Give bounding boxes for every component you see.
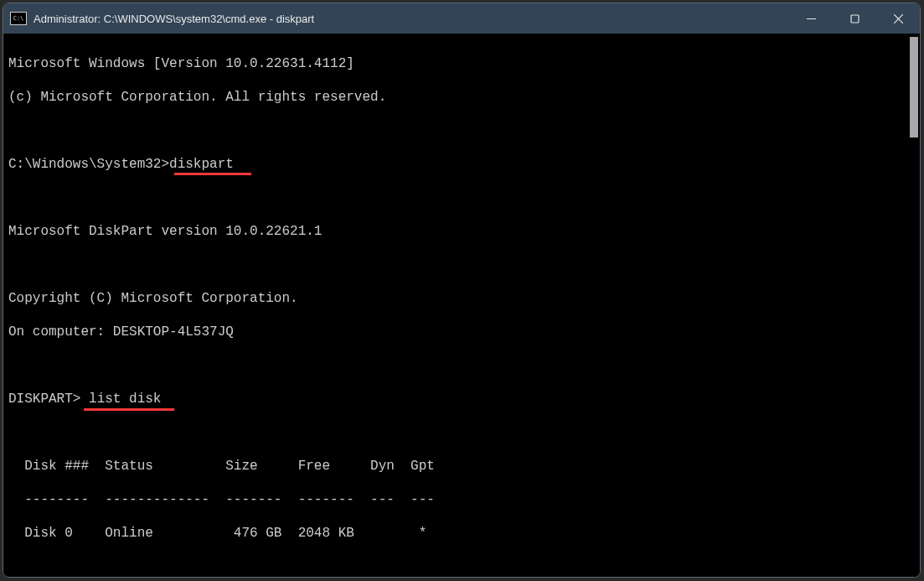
cmd-icon: C:\: [10, 12, 27, 25]
output-line: Microsoft Windows [Version 10.0.22631.41…: [8, 55, 920, 72]
command-text: diskpart: [169, 157, 234, 172]
blank-line: [8, 357, 920, 374]
terminal-area[interactable]: Microsoft Windows [Version 10.0.22631.41…: [3, 34, 920, 577]
command-line: DISKPART> list disk: [8, 391, 920, 407]
blank-line: [8, 189, 920, 206]
maximize-button[interactable]: [833, 3, 876, 34]
scrollbar-thumb[interactable]: [910, 37, 918, 137]
cmd-window: C:\ Administrator: C:\WINDOWS\system32\c…: [3, 3, 921, 578]
close-button[interactable]: [876, 3, 920, 34]
minimize-button[interactable]: [789, 3, 833, 34]
output-line: On computer: DESKTOP-4L537JQ: [8, 324, 920, 340]
output-line: Microsoft DiskPart version 10.0.22621.1: [8, 223, 920, 240]
command-line: C:\Windows\System32>diskpart: [8, 156, 920, 173]
blank-line: [8, 558, 920, 575]
terminal-content: Microsoft Windows [Version 10.0.22631.41…: [3, 34, 920, 577]
titlebar[interactable]: C:\ Administrator: C:\WINDOWS\system32\c…: [3, 3, 920, 34]
command-text: list disk: [80, 392, 161, 407]
window-controls: [789, 3, 920, 34]
table-row: Disk 0 Online 476 GB 2048 KB *: [8, 525, 920, 542]
output-line: Copyright (C) Microsoft Corporation.: [8, 290, 920, 307]
blank-line: [8, 257, 920, 273]
blank-line: [8, 122, 920, 139]
window-title: Administrator: C:\WINDOWS\system32\cmd.e…: [34, 13, 789, 25]
svg-rect-1: [851, 15, 859, 23]
annotation-underline: [174, 173, 251, 175]
output-line: (c) Microsoft Corporation. All rights re…: [8, 89, 920, 106]
table-header: Disk ### Status Size Free Dyn Gpt: [8, 458, 920, 475]
blank-line: [8, 424, 920, 441]
annotation-underline: [84, 408, 174, 411]
prompt-label: DISKPART>: [8, 392, 80, 407]
table-divider: -------- ------------- ------- ------- -…: [8, 491, 920, 508]
prompt-path: C:\Windows\System32>: [8, 157, 169, 172]
